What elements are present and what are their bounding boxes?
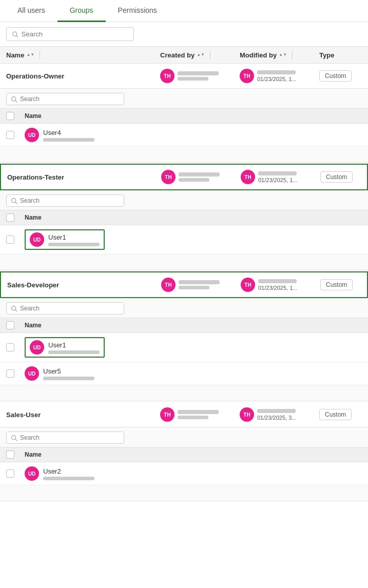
group-row-sales-developer[interactable]: Sales-Developer TH TH 01/23/2025, 1... C… — [0, 271, 368, 298]
created-line1 — [179, 280, 220, 284]
group-row-operations-owner[interactable]: Operations-Owner TH TH 01/23/2025, 1... … — [0, 64, 368, 89]
svg-point-6 — [12, 306, 16, 310]
user-cell-user4: UD User4 — [25, 128, 94, 142]
svg-line-1 — [16, 35, 18, 37]
sub-search-bar-operations-tester — [0, 190, 368, 210]
user-email-line-user5 — [43, 377, 94, 380]
created-line2 — [179, 178, 209, 182]
sub-table-operations-tester: Name UD User1 — [0, 190, 368, 270]
modified-by-cell-sales-developer: TH 01/23/2025, 1... — [241, 278, 320, 292]
tab-groups[interactable]: Groups — [57, 0, 106, 22]
user-name-user2: User2 — [43, 467, 94, 475]
sub-check-header-sales-user — [6, 450, 25, 459]
avatar-modified-operations-tester: TH — [241, 170, 255, 184]
avatar-created-operations-tester: TH — [161, 170, 176, 184]
type-cell-operations-owner: Custom — [319, 70, 362, 82]
search-input[interactable] — [22, 30, 128, 38]
created-text-sales-developer — [179, 280, 220, 289]
row-checkbox-user1b[interactable] — [6, 343, 14, 351]
search-input-wrap[interactable] — [6, 27, 134, 41]
created-line2 — [179, 286, 209, 289]
created-line1 — [178, 71, 219, 75]
row-checkbox-user1a[interactable] — [6, 236, 14, 244]
tab-permissions[interactable]: Permissions — [106, 0, 169, 22]
sub-search-wrap-operations-owner[interactable] — [6, 93, 124, 105]
col-separator — [40, 51, 40, 59]
sub-table-header-operations-owner: Name — [0, 108, 368, 124]
created-by-cell-sales-developer: TH — [161, 278, 241, 292]
sub-search-input-sales-developer[interactable] — [20, 305, 120, 312]
sub-spacer-operations-tester — [0, 254, 368, 270]
group-name-sales-user: Sales-User — [6, 411, 160, 419]
type-badge-operations-owner[interactable]: Custom — [319, 70, 352, 82]
groups-list: Operations-Owner TH TH 01/23/2025, 1... … — [0, 64, 368, 501]
svg-point-4 — [12, 198, 16, 202]
tab-all-users[interactable]: All users — [5, 0, 57, 22]
user-name-user4: User4 — [43, 129, 94, 136]
type-cell-sales-user: Custom — [319, 409, 362, 420]
tab-bar: All users Groups Permissions — [0, 0, 368, 22]
select-all-checkbox-operations-tester[interactable] — [6, 213, 14, 222]
user-name-user5: User5 — [43, 367, 94, 375]
sub-spacer-sales-developer — [0, 385, 368, 401]
type-badge-operations-tester[interactable]: Custom — [320, 171, 353, 183]
row-checkbox-user2[interactable] — [6, 469, 14, 478]
sub-search-wrap-sales-user[interactable] — [6, 432, 124, 444]
modified-text-operations-owner: 01/23/2025, 1... — [257, 70, 303, 82]
sort-arrows-name[interactable]: ▲▼ — [26, 53, 34, 57]
svg-line-5 — [15, 202, 17, 203]
sub-row-user1b: UD User1 — [0, 333, 368, 362]
sub-name-header-sales-user: Name — [25, 451, 42, 458]
user-email-line-user4 — [43, 138, 94, 142]
type-badge-sales-developer[interactable]: Custom — [320, 279, 353, 290]
select-all-checkbox-operations-owner[interactable] — [6, 112, 14, 120]
modified-line1 — [257, 70, 296, 74]
modified-date-operations-owner: 01/23/2025, 1... — [257, 76, 303, 82]
modified-date-sales-developer: 01/23/2025, 1... — [258, 285, 304, 291]
row-checkbox-user4[interactable] — [6, 131, 14, 139]
col-header-modified: Modified by ▲▼ — [240, 51, 319, 59]
modified-by-cell-sales-user: TH 01/23/2025, 3... — [240, 407, 319, 422]
avatar-modified-sales-developer: TH — [241, 278, 255, 292]
select-all-checkbox-sales-user[interactable] — [6, 450, 14, 459]
group-row-sales-user[interactable]: Sales-User TH TH 01/23/2025, 3... Custom — [0, 402, 368, 427]
created-by-cell-operations-owner: TH — [160, 69, 240, 83]
type-cell-operations-tester: Custom — [320, 171, 361, 183]
sub-search-wrap-operations-tester[interactable] — [6, 194, 124, 207]
modified-text-operations-tester: 01/23/2025, 1... — [258, 171, 304, 183]
col-header-name: Name ▲▼ — [6, 51, 160, 59]
type-badge-sales-user[interactable]: Custom — [319, 409, 352, 420]
sub-search-wrap-sales-developer[interactable] — [6, 302, 124, 315]
type-cell-sales-developer: Custom — [320, 279, 361, 290]
sub-search-icon-sales-user — [11, 435, 17, 441]
avatar-created-operations-owner: TH — [160, 69, 175, 83]
select-all-checkbox-sales-developer[interactable] — [6, 321, 14, 329]
modified-line1 — [258, 279, 297, 283]
avatar-created-sales-developer: TH — [161, 278, 176, 292]
svg-point-0 — [13, 32, 17, 36]
sub-table-sales-user: Name UD User2 — [0, 427, 368, 501]
sub-name-header-sales-developer: Name — [25, 322, 42, 329]
sub-table-operations-owner: Name UD User4 — [0, 89, 368, 163]
sub-search-input-operations-owner[interactable] — [20, 95, 120, 103]
sort-arrows-modified[interactable]: ▲▼ — [279, 53, 287, 57]
created-by-cell-operations-tester: TH — [161, 170, 241, 184]
group-row-operations-tester[interactable]: Operations-Tester TH TH 01/23/2025, 1...… — [0, 164, 368, 190]
sub-search-icon-sales-developer — [11, 305, 17, 312]
svg-point-8 — [12, 435, 16, 439]
user-cell-wrap-user1a[interactable]: UD User1 — [25, 229, 105, 250]
group-name-operations-owner: Operations-Owner — [6, 72, 160, 80]
user-cell-wrap-user1b[interactable]: UD User1 — [25, 337, 105, 358]
sort-arrows-created[interactable]: ▲▼ — [197, 53, 205, 57]
row-checkbox-user5[interactable] — [6, 369, 14, 378]
user-avatar-user1a: UD — [30, 232, 44, 247]
group-name-sales-developer: Sales-Developer — [7, 281, 161, 289]
sub-search-input-sales-user[interactable] — [20, 434, 120, 441]
user-avatar-user4: UD — [25, 128, 39, 142]
sub-table-header-operations-tester: Name — [0, 210, 368, 225]
sub-table-header-sales-user: Name — [0, 447, 368, 462]
sub-search-input-operations-tester[interactable] — [20, 197, 120, 204]
user-name-block-user4: User4 — [43, 129, 94, 142]
modified-line1 — [257, 409, 296, 413]
created-text-operations-owner — [178, 71, 219, 81]
